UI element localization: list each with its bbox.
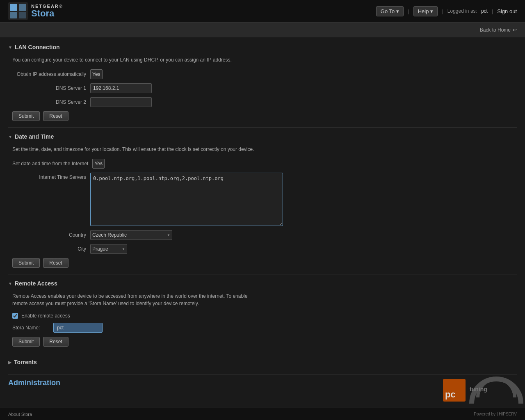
svg-rect-4 bbox=[19, 12, 26, 18]
dns1-input[interactable] bbox=[90, 83, 152, 93]
logged-in-label: Logged in as: bbox=[447, 8, 477, 14]
dns2-row: DNS Server 2 bbox=[12, 97, 517, 107]
lan-reset-button[interactable]: Reset bbox=[43, 111, 68, 121]
goto-button[interactable]: Go To ▾ bbox=[376, 6, 404, 16]
svg-rect-3 bbox=[10, 12, 17, 18]
remote-access-reset-button[interactable]: Reset bbox=[43, 337, 68, 347]
top-navigation: NETGEAR® Stora Go To ▾ | Help ▾ | Logged… bbox=[0, 0, 525, 23]
logo-text: NETGEAR® Stora bbox=[31, 4, 63, 18]
bottom-bar: About Stora Powered by | HIPSERV bbox=[0, 408, 525, 420]
set-from-internet-select[interactable]: Yes No bbox=[92, 159, 105, 169]
remote-access-section-title: Remote Access bbox=[15, 280, 57, 287]
country-label: Country bbox=[12, 232, 86, 238]
set-from-internet-select-wrapper: Yes No bbox=[92, 159, 105, 169]
enable-remote-access-checkbox[interactable] bbox=[12, 313, 18, 319]
administration-heading: Administration bbox=[8, 379, 517, 387]
datetime-btn-row: Submit Reset bbox=[12, 258, 517, 268]
remote-access-arrow-icon: ▼ bbox=[8, 281, 12, 286]
remote-access-btn-row: Submit Reset bbox=[12, 337, 517, 347]
country-select[interactable]: Czech Republic United States Germany Fra… bbox=[90, 230, 172, 240]
netgear-logo-icon bbox=[8, 2, 28, 20]
lan-arrow-icon: ▼ bbox=[8, 45, 12, 50]
obtain-ip-row: Obtain IP address automatically Yes No bbox=[12, 69, 517, 79]
datetime-section-title: Date and Time bbox=[15, 133, 54, 140]
datetime-arrow-icon: ▼ bbox=[8, 135, 12, 139]
ntp-textarea[interactable]: 0.pool.ntp.org,1.pool.ntp.org,2.pool.ntp… bbox=[90, 173, 283, 226]
sign-out-link[interactable]: Sign out bbox=[497, 8, 517, 14]
stora-name-input[interactable] bbox=[53, 323, 103, 333]
dns2-input[interactable] bbox=[90, 97, 152, 107]
lan-section: ▼ LAN Connection You can configure your … bbox=[8, 41, 517, 121]
city-select[interactable]: Prague Brno Ostrava bbox=[90, 244, 127, 254]
lan-section-desc: You can configure your device to connect… bbox=[12, 56, 258, 64]
powered-by-text: Powered by | HIPSERV bbox=[474, 412, 517, 416]
enable-remote-access-row: Enable remote access bbox=[12, 313, 517, 319]
datetime-reset-button[interactable]: Reset bbox=[43, 258, 68, 268]
country-select-wrapper: Czech Republic United States Germany Fra… bbox=[90, 230, 172, 240]
lan-section-title: LAN Connection bbox=[15, 44, 60, 50]
city-row: City Prague Brno Ostrava bbox=[12, 244, 517, 254]
divider-1 bbox=[8, 127, 517, 128]
datetime-section-body: Set the time, date, and timezone for you… bbox=[8, 142, 517, 268]
obtain-ip-select[interactable]: Yes No bbox=[90, 69, 103, 79]
ntp-label: Internet Time Servers bbox=[12, 173, 86, 180]
set-from-internet-label: Set date and time from the Internet bbox=[12, 161, 88, 167]
remote-access-section-header[interactable]: ▼ Remote Access bbox=[8, 278, 517, 289]
divider-2 bbox=[8, 274, 517, 274]
lan-section-header[interactable]: ▼ LAN Connection bbox=[8, 41, 517, 53]
city-select-wrapper: Prague Brno Ostrava bbox=[90, 244, 127, 254]
city-label: City bbox=[12, 246, 86, 252]
remote-access-desc: Remote Access enables your device to be … bbox=[12, 292, 258, 307]
dns2-label: DNS Server 2 bbox=[12, 99, 86, 105]
remote-access-section-body: Remote Access enables your device to be … bbox=[8, 289, 517, 347]
back-to-home-link[interactable]: Back to Home ↩ bbox=[480, 27, 517, 33]
svg-rect-2 bbox=[19, 4, 26, 11]
enable-remote-access-label: Enable remote access bbox=[21, 313, 70, 319]
logged-in-user: pct bbox=[481, 8, 488, 14]
obtain-ip-select-wrapper: Yes No bbox=[90, 69, 103, 79]
dns1-row: DNS Server 1 bbox=[12, 83, 517, 93]
datetime-section-header[interactable]: ▼ Date and Time bbox=[8, 131, 517, 142]
back-bar: Back to Home ↩ bbox=[0, 23, 525, 37]
datetime-section: ▼ Date and Time Set the time, date, and … bbox=[8, 131, 517, 268]
logo-area: NETGEAR® Stora bbox=[8, 2, 63, 20]
stora-name-row: Stora Name: bbox=[12, 323, 517, 333]
nav-right: Go To ▾ | Help ▾ | Logged in as: pct | S… bbox=[376, 6, 517, 16]
torrents-section-title: Torrents bbox=[14, 359, 37, 365]
divider-3 bbox=[8, 353, 517, 353]
torrents-section-header[interactable]: ▶ Torrents bbox=[8, 356, 517, 368]
divider-4 bbox=[8, 374, 517, 374]
dns1-label: DNS Server 1 bbox=[12, 85, 86, 91]
datetime-section-desc: Set the time, date, and timezone for you… bbox=[12, 146, 258, 153]
set-from-internet-row: Set date and time from the Internet Yes … bbox=[12, 159, 517, 169]
obtain-ip-label: Obtain IP address automatically bbox=[12, 71, 86, 77]
help-button[interactable]: Help ▾ bbox=[413, 6, 438, 16]
remote-access-section: ▼ Remote Access Remote Access enables yo… bbox=[8, 278, 517, 347]
stora-label: Stora bbox=[31, 9, 63, 18]
remote-access-submit-button[interactable]: Submit bbox=[12, 337, 40, 347]
lan-btn-row: Submit Reset bbox=[12, 111, 517, 121]
torrents-section: ▶ Torrents bbox=[8, 356, 517, 368]
lan-section-body: You can configure your device to connect… bbox=[8, 53, 517, 121]
lan-submit-button[interactable]: Submit bbox=[12, 111, 40, 121]
main-content: ▼ LAN Connection You can configure your … bbox=[0, 37, 525, 393]
svg-rect-1 bbox=[10, 4, 17, 11]
ntp-row: Internet Time Servers 0.pool.ntp.org,1.p… bbox=[12, 173, 517, 226]
country-row: Country Czech Republic United States Ger… bbox=[12, 230, 517, 240]
stora-name-label: Stora Name: bbox=[12, 325, 49, 331]
datetime-submit-button[interactable]: Submit bbox=[12, 258, 40, 268]
torrents-arrow-icon: ▶ bbox=[8, 360, 11, 365]
about-stora-link[interactable]: About Stora bbox=[8, 412, 32, 417]
